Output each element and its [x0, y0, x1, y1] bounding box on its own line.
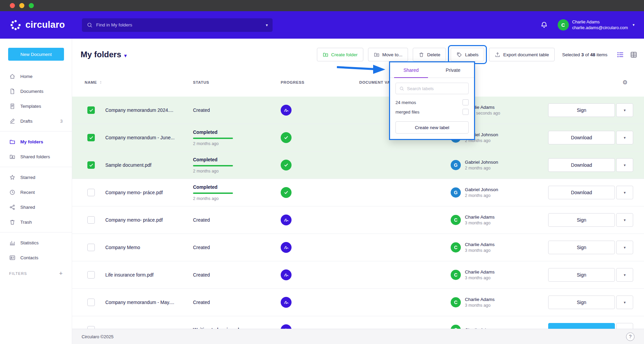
- table-row[interactable]: Life insurance form.pdfCreatedCCharlie A…: [72, 261, 644, 289]
- table-row[interactable]: Sample document.pdfCompleted2 months ago…: [72, 151, 644, 179]
- label-item[interactable]: merged files: [395, 107, 469, 117]
- sidebar-item-shared[interactable]: Shared: [0, 200, 72, 215]
- brand[interactable]: circularo: [9, 19, 74, 31]
- sort-icon[interactable]: [99, 80, 103, 84]
- new-document-button[interactable]: New Document: [8, 48, 64, 61]
- action-dropdown-button[interactable]: ▾: [616, 103, 633, 117]
- zoom-window-button[interactable]: [29, 3, 34, 8]
- global-search[interactable]: ▾: [82, 18, 273, 32]
- sign-button[interactable]: Sign: [548, 268, 615, 282]
- sidebar-item-home[interactable]: Home: [0, 69, 72, 84]
- row-checkbox[interactable]: [87, 134, 95, 141]
- action-dropdown-button[interactable]: ▾: [616, 296, 633, 309]
- sign-button[interactable]: Sign: [548, 213, 615, 227]
- tab-private[interactable]: Private: [432, 62, 474, 78]
- export-icon: [495, 52, 500, 58]
- delete-button[interactable]: Delete: [413, 48, 446, 61]
- row-checkbox[interactable]: [87, 271, 95, 279]
- tab-shared[interactable]: Shared: [390, 62, 432, 78]
- sidebar-item-drafts[interactable]: Drafts3: [0, 114, 72, 128]
- document-name[interactable]: Company memorandum - June...: [99, 135, 193, 140]
- row-checkbox[interactable]: [87, 106, 95, 114]
- action-dropdown-button[interactable]: ▾: [616, 186, 633, 199]
- sidebar-item-templates[interactable]: Templates: [0, 99, 72, 114]
- list-view-icon[interactable]: [617, 51, 624, 58]
- label-checkbox[interactable]: [463, 109, 469, 115]
- table-row[interactable]: Company memo- práce.pdfCreatedCCharlie A…: [72, 206, 644, 234]
- row-checkbox[interactable]: [87, 299, 95, 306]
- row-checkbox[interactable]: [87, 161, 95, 169]
- progress-cell: [281, 160, 359, 170]
- progress-bar: [193, 138, 233, 139]
- sidebar-item-shared-folders[interactable]: Shared folders: [0, 149, 72, 164]
- document-name[interactable]: Company Memo: [99, 245, 193, 250]
- document-name[interactable]: Company memo- práce.pdf: [99, 190, 193, 195]
- action-dropdown-button[interactable]: ▾: [616, 158, 633, 172]
- row-checkbox[interactable]: [87, 244, 95, 251]
- column-header-status[interactable]: STATUS: [193, 80, 209, 84]
- page-title[interactable]: My folders ▾: [81, 50, 127, 59]
- search-scope-chevron-down-icon[interactable]: ▾: [263, 23, 268, 27]
- export-document-table-button[interactable]: Export document table: [489, 48, 555, 61]
- label-item[interactable]: 24 memos: [395, 98, 469, 107]
- sidebar-item-my-folders[interactable]: My folders: [0, 134, 72, 149]
- completed-progress-icon: [281, 160, 292, 170]
- signature-progress-icon: [281, 105, 292, 116]
- help-button[interactable]: ?: [626, 332, 635, 341]
- sidebar-item-trash[interactable]: Trash: [0, 215, 72, 229]
- sign-button[interactable]: Sign: [548, 103, 615, 117]
- templates-icon: [9, 103, 16, 109]
- label-search[interactable]: [395, 83, 469, 94]
- table-row[interactable]: Company memorandum - May....CreatedCChar…: [72, 289, 644, 316]
- action-dropdown-button[interactable]: ▾: [616, 131, 633, 144]
- label-search-input[interactable]: [407, 86, 465, 91]
- action-dropdown-button[interactable]: ▾: [616, 213, 633, 227]
- sign-button[interactable]: Sign: [548, 241, 615, 254]
- status-cell: Created: [193, 272, 281, 278]
- table-row[interactable]: Company MemoCreatedCCharlie Adams3 month…: [72, 234, 644, 261]
- action-dropdown-button[interactable]: ▾: [616, 268, 633, 282]
- user-menu-chevron-down-icon: ▾: [632, 23, 635, 27]
- sign-button[interactable]: Sign: [548, 296, 615, 309]
- row-checkbox[interactable]: [87, 189, 95, 196]
- action-dropdown-button[interactable]: ▾: [616, 241, 633, 254]
- document-name[interactable]: Company memorandum 2024....: [99, 107, 193, 113]
- document-name[interactable]: Company memorandum - May....: [99, 300, 193, 305]
- label-checkbox[interactable]: [463, 99, 469, 105]
- table-row[interactable]: Company memorandum 2024....CreatedCCharl…: [72, 97, 644, 124]
- stats-icon: [9, 240, 16, 246]
- search-input[interactable]: [96, 22, 260, 27]
- column-settings-gear-icon[interactable]: ⚙: [622, 79, 628, 86]
- notifications-bell-icon[interactable]: [540, 21, 548, 29]
- close-window-button[interactable]: [10, 3, 15, 8]
- download-button[interactable]: Download: [548, 186, 615, 199]
- document-name[interactable]: Company memo- práce.pdf: [99, 217, 193, 223]
- modified-by-text: Charlie Adams3 months ago: [465, 297, 495, 308]
- table-row[interactable]: Company memo- práce.pdfCompleted2 months…: [72, 179, 644, 206]
- add-filter-button[interactable]: +: [59, 270, 63, 277]
- create-folder-button[interactable]: Create folder: [317, 48, 363, 61]
- download-button[interactable]: Download: [548, 131, 615, 144]
- sidebar-item-contacts[interactable]: Contacts: [0, 250, 72, 265]
- table-row[interactable]: Company memorandum - June...Completed2 m…: [72, 124, 644, 151]
- user-info: Charlie Adams charlie.adams@circularo.co…: [572, 19, 628, 31]
- avatar: C: [451, 270, 461, 280]
- sidebar-item-statistics[interactable]: Statistics: [0, 235, 72, 250]
- move-to-button[interactable]: Move to...: [368, 48, 408, 61]
- sidebar-item-starred[interactable]: Starred: [0, 170, 72, 185]
- create-new-label-button[interactable]: Create new label: [395, 121, 469, 134]
- sidebar-item-recent[interactable]: Recent: [0, 185, 72, 200]
- status-cell: Created: [193, 300, 281, 305]
- user-menu[interactable]: C Charlie Adams charlie.adams@circularo.…: [558, 19, 635, 31]
- row-checkbox[interactable]: [87, 216, 95, 224]
- labels-button[interactable]: Labels: [451, 48, 484, 61]
- sidebar-item-documents[interactable]: Documents: [0, 84, 72, 99]
- minimize-window-button[interactable]: [19, 3, 24, 8]
- download-button[interactable]: Download: [548, 158, 615, 172]
- column-header-progress[interactable]: PROGRESS: [281, 80, 304, 84]
- document-table: Company memorandum 2024....CreatedCCharl…: [72, 97, 644, 344]
- column-header-name[interactable]: NAME: [85, 80, 103, 84]
- grid-view-icon[interactable]: [630, 51, 637, 58]
- document-name[interactable]: Sample document.pdf: [99, 162, 193, 168]
- document-name[interactable]: Life insurance form.pdf: [99, 272, 193, 278]
